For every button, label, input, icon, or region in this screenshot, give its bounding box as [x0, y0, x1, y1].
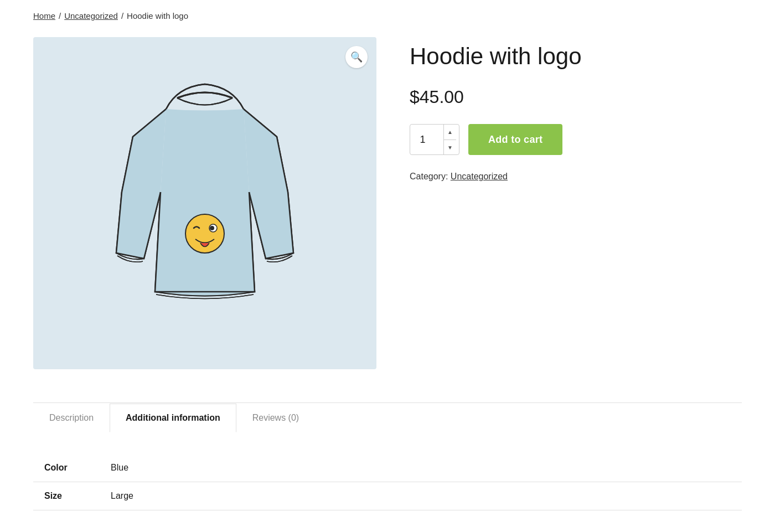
- tabs-list: Description Additional information Revie…: [33, 403, 742, 432]
- breadcrumb: Home / Uncategorized / Hoodie with logo: [33, 11, 742, 20]
- table-row: Color Blue: [33, 454, 742, 482]
- product-title: Hoodie with logo: [410, 43, 742, 70]
- attr-value-color: Blue: [100, 454, 742, 482]
- tab-reviews[interactable]: Reviews (0): [236, 404, 315, 432]
- table-row: Size Large: [33, 482, 742, 510]
- quantity-input[interactable]: [410, 125, 443, 154]
- tab-content-additional-information: Color Blue Size Large: [33, 432, 742, 521]
- breadcrumb-current: Hoodie with logo: [127, 11, 188, 20]
- breadcrumb-sep2: /: [121, 11, 123, 20]
- attr-value-size: Large: [100, 482, 742, 510]
- category-label: Category:: [410, 172, 448, 181]
- product-layout: 🔍: [33, 37, 742, 369]
- breadcrumb-home[interactable]: Home: [33, 11, 55, 20]
- chevron-up-icon: ▲: [447, 129, 453, 135]
- tab-description[interactable]: Description: [33, 404, 110, 432]
- breadcrumb-sep1: /: [59, 11, 61, 20]
- page-wrapper: Home / Uncategorized / Hoodie with logo …: [0, 0, 775, 532]
- zoom-icon: 🔍: [350, 51, 363, 63]
- svg-point-6: [210, 226, 214, 230]
- attributes-table: Color Blue Size Large: [33, 454, 742, 510]
- product-details: Hoodie with logo $45.00 ▲ ▼ Add to cart: [410, 37, 742, 182]
- quantity-spinners: ▲ ▼: [443, 125, 456, 154]
- attr-label-color: Color: [33, 454, 100, 482]
- product-category: Category: Uncategorized: [410, 172, 742, 182]
- tabs-section: Description Additional information Revie…: [33, 402, 742, 521]
- quantity-increase-button[interactable]: ▲: [444, 125, 456, 140]
- quantity-decrease-button[interactable]: ▼: [444, 140, 456, 155]
- zoom-button[interactable]: 🔍: [345, 46, 368, 68]
- chevron-down-icon: ▼: [447, 144, 453, 151]
- product-image-container: 🔍: [33, 37, 376, 369]
- attr-label-size: Size: [33, 482, 100, 510]
- product-price: $45.00: [410, 87, 742, 107]
- product-image: [100, 81, 310, 325]
- add-to-cart-row: ▲ ▼ Add to cart: [410, 124, 742, 155]
- tab-additional-information[interactable]: Additional information: [110, 404, 236, 432]
- svg-point-4: [185, 214, 224, 253]
- breadcrumb-category[interactable]: Uncategorized: [64, 11, 118, 20]
- add-to-cart-button[interactable]: Add to cart: [468, 124, 562, 155]
- category-link[interactable]: Uncategorized: [451, 172, 508, 181]
- quantity-wrapper: ▲ ▼: [410, 124, 459, 155]
